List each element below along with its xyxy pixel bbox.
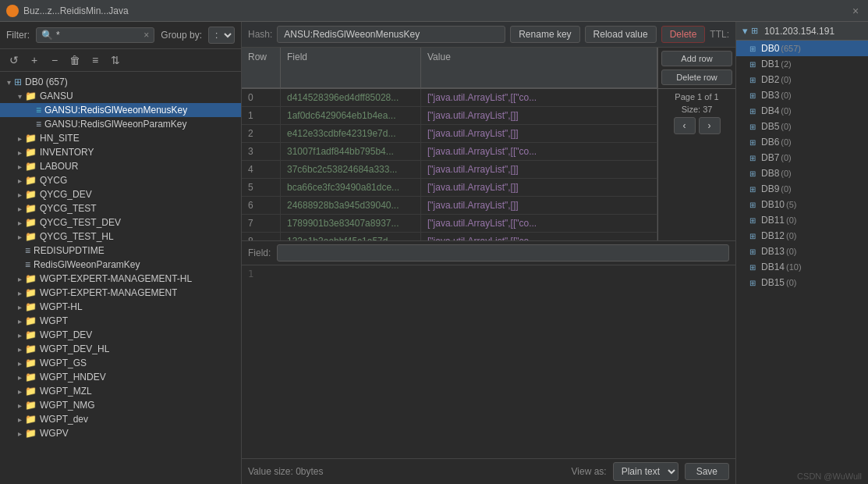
filter-input-wrap: 🔍 × bbox=[36, 27, 154, 43]
db-name: DB7 bbox=[761, 152, 779, 163]
tree-item[interactable]: ▸📁WGPT_GS bbox=[0, 356, 241, 370]
delete-row-btn[interactable]: Delete row bbox=[661, 69, 732, 85]
sort-btn[interactable]: ⇅ bbox=[108, 52, 123, 68]
db-item[interactable]: ⊞ DB8 (0) bbox=[736, 165, 868, 181]
tree-arrow: ▸ bbox=[14, 329, 25, 340]
close-btn[interactable]: × bbox=[849, 5, 862, 17]
delete-key-btn[interactable]: Delete bbox=[661, 26, 706, 43]
prev-page-btn[interactable]: ‹ bbox=[674, 117, 696, 134]
table-row[interactable]: 3 31007f1adf844bb795b4... ["java.util.Ar… bbox=[242, 143, 657, 161]
save-btn[interactable]: Save bbox=[685, 463, 729, 480]
next-page-btn[interactable]: › bbox=[699, 117, 721, 134]
tree-item[interactable]: ▸📁WGPT_NMG bbox=[0, 398, 241, 412]
db-item[interactable]: ⊞ DB9 (0) bbox=[736, 181, 868, 197]
delete-btn[interactable]: 🗑 bbox=[67, 52, 83, 68]
tree-item[interactable]: ▸📁WGPT-HL bbox=[0, 300, 241, 314]
table-action-buttons: Add row Delete row bbox=[657, 48, 735, 88]
tree-item[interactable]: ≡GANSU:RedisGlWeeonParamKey bbox=[0, 117, 241, 131]
db-item[interactable]: ⊞ DB13 (0) bbox=[736, 244, 868, 259]
db-count: (0) bbox=[786, 247, 796, 256]
reload-value-btn[interactable]: Reload value bbox=[585, 26, 657, 43]
folder-icon: 📁 bbox=[25, 386, 37, 397]
db-item[interactable]: ⊞ DB2 (0) bbox=[736, 72, 868, 87]
table-row[interactable]: 4 37c6bc2c53824684a333... ["java.util.Ar… bbox=[242, 161, 657, 179]
minus-btn[interactable]: − bbox=[47, 52, 62, 68]
folder-icon: 📁 bbox=[25, 372, 37, 383]
tree-item[interactable]: ▸📁WGPT_DEV bbox=[0, 328, 241, 342]
pagination-area: Page 1 of 1 Size: 37 ‹ › bbox=[657, 89, 735, 240]
db-item[interactable]: ⊞ DB7 (0) bbox=[736, 150, 868, 165]
add-row-btn[interactable]: Add row bbox=[661, 51, 732, 66]
table-row[interactable]: 7 1789901b3e83407a8937... ["java.util.Ar… bbox=[242, 215, 657, 233]
tree-item[interactable]: ▸📁INVENTORY bbox=[0, 145, 241, 159]
tree-arrow: ▸ bbox=[14, 231, 25, 242]
db-item[interactable]: ⊞ DB10 (5) bbox=[736, 197, 868, 212]
db-bullet-icon: ⊞ bbox=[747, 90, 758, 101]
db-item[interactable]: ⊞ DB4 (0) bbox=[736, 103, 868, 119]
tree-item[interactable]: ▸📁HN_SITE bbox=[0, 131, 241, 145]
tree-item[interactable]: ▸📁QYCG_TEST_DEV bbox=[0, 215, 241, 230]
tree-item[interactable]: ▸📁QYCG_DEV bbox=[0, 187, 241, 201]
list-btn[interactable]: ≡ bbox=[87, 52, 103, 68]
tree-arrow: ▸ bbox=[14, 189, 25, 200]
tree-item[interactable]: ▸📁QYCG bbox=[0, 173, 241, 187]
table-row[interactable]: 0 d414528396ed4dff85028... ["java.util.A… bbox=[242, 89, 657, 107]
tree-item-label: QYCG bbox=[40, 175, 67, 186]
tree-item[interactable]: ▸📁WGPT_DEV_HL bbox=[0, 342, 241, 356]
rename-key-btn[interactable]: Rename key bbox=[510, 26, 579, 43]
table-row[interactable]: 5 bca66ce3fc39490a81dce... ["java.util.A… bbox=[242, 179, 657, 197]
tree-item-label: WGPT_MZL bbox=[40, 386, 92, 397]
table-row[interactable]: 1 1af0dc6429064eb1b4ea... ["java.util.Ar… bbox=[242, 107, 657, 125]
groupby-select[interactable]: : bbox=[208, 27, 235, 44]
db-item[interactable]: ⊞ DB5 (0) bbox=[736, 119, 868, 134]
titlebar: Buz...z...ReidisMin...Java × bbox=[0, 0, 868, 22]
folder-icon: 📁 bbox=[25, 175, 37, 186]
key-name-input[interactable] bbox=[277, 26, 505, 43]
db-bullet-icon: ⊞ bbox=[747, 43, 758, 54]
add-btn[interactable]: + bbox=[27, 52, 42, 68]
tree-item[interactable]: ▸📁WGPT_MZL bbox=[0, 384, 241, 398]
table-row[interactable]: 2 e412e33cdbfe42319e7d... ["java.util.Ar… bbox=[242, 125, 657, 143]
server-address[interactable]: 101.203.154.191 bbox=[764, 26, 834, 37]
tree-item[interactable]: ▸📁WGPT_dev bbox=[0, 412, 241, 426]
db-item[interactable]: ⊞ DB0 (657) bbox=[736, 41, 868, 56]
col-header-value: Value bbox=[421, 48, 657, 87]
filter-clear-btn[interactable]: × bbox=[143, 30, 149, 41]
td-field: e412e33cdbfe42319e7d... bbox=[281, 125, 421, 142]
tree-item[interactable]: ▸📁WGPT-EXPERT-MANAGEMENT bbox=[0, 286, 241, 300]
tree-item[interactable]: ▸📁QYCG_TEST_HL bbox=[0, 230, 241, 244]
db-item[interactable]: ⊞ DB1 (2) bbox=[736, 56, 868, 72]
tree-item[interactable]: ≡GANSU:RedisGlWeeonMenusKey bbox=[0, 103, 241, 117]
db-item[interactable]: ⊞ DB15 (0) bbox=[736, 275, 868, 290]
field-input[interactable] bbox=[277, 244, 729, 262]
refresh-btn[interactable]: ↺ bbox=[6, 52, 22, 68]
db-icon: ⊞ bbox=[751, 26, 758, 36]
tree-item[interactable]: ▸📁QYCG_TEST bbox=[0, 201, 241, 215]
db-item[interactable]: ⊞ DB12 (0) bbox=[736, 228, 868, 244]
tree-item[interactable]: ≡REDISUPDTIME bbox=[0, 244, 241, 258]
tree-item[interactable]: ▾⊞DB0 (657) bbox=[0, 75, 241, 89]
db-name: DB2 bbox=[761, 74, 779, 85]
table-row[interactable]: 6 24688928b3a945d39040... ["java.util.Ar… bbox=[242, 197, 657, 215]
filter-input[interactable] bbox=[56, 30, 140, 41]
folder-icon: 📁 bbox=[25, 315, 37, 326]
groupby-label: Group by: bbox=[161, 30, 202, 41]
tree-item[interactable]: ▾📁GANSU bbox=[0, 89, 241, 103]
tree-arrow: ▸ bbox=[14, 273, 25, 284]
db-item[interactable]: ⊞ DB3 (0) bbox=[736, 87, 868, 103]
tree-item[interactable]: ▸📁LABOUR bbox=[0, 159, 241, 173]
td-row: 3 bbox=[242, 143, 281, 160]
tree-item[interactable]: ▸📁WGPV bbox=[0, 426, 241, 440]
table-row[interactable]: 8 132e1b3aabbf45c1a57d... ["java.util.Ar… bbox=[242, 233, 657, 240]
tree-item[interactable]: ≡RedisGlWeeonParamKey bbox=[0, 258, 241, 272]
td-row: 8 bbox=[242, 233, 281, 240]
db-item[interactable]: ⊞ DB6 (0) bbox=[736, 134, 868, 150]
tree-item[interactable]: ▸📁WGPT_HNDEV bbox=[0, 370, 241, 384]
folder-icon: 📁 bbox=[25, 147, 37, 158]
tree-item[interactable]: ▸📁WGPT bbox=[0, 314, 241, 328]
tree-item[interactable]: ▸📁WGPT-EXPERT-MANAGEMENT-HL bbox=[0, 272, 241, 286]
db-item[interactable]: ⊞ DB11 (0) bbox=[736, 212, 868, 228]
view-as-select[interactable]: Plain text JSON Hex bbox=[613, 462, 678, 481]
db-item[interactable]: ⊞ DB14 (10) bbox=[736, 259, 868, 275]
db-count: (0) bbox=[781, 137, 791, 147]
